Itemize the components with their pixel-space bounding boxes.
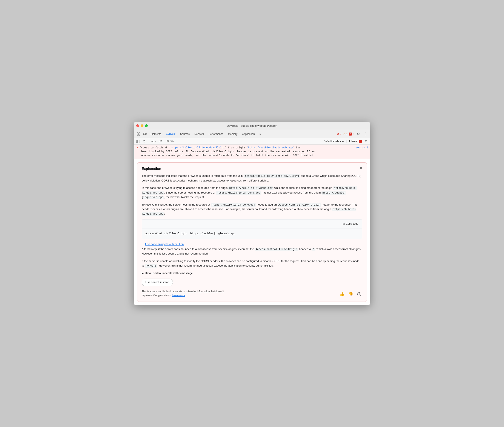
explanation-close-button[interactable]: × xyxy=(358,166,364,171)
traffic-lights xyxy=(136,124,148,127)
filter-area: ⊟ Filter xyxy=(166,140,175,143)
console-toolbar: ⊘ top ▾ 👁 ⊟ Filter Default levels ▾ | 1 … xyxy=(134,138,370,145)
issue-badge: 1 Issue: 1 xyxy=(349,140,362,143)
info-count: 1 xyxy=(352,132,354,136)
info-square-icon: ✕ xyxy=(349,132,352,136)
context-label: top xyxy=(151,140,154,143)
code-header2: Access-Control-Allow-Origin xyxy=(255,248,298,251)
console-content: ⊗ Access to fetch at 'https://hello-io-2… xyxy=(134,145,370,305)
copy-code-label: Copy code xyxy=(346,222,358,226)
warning-triangle-icon: ⚠ xyxy=(343,132,346,136)
context-selector[interactable]: top ▾ xyxy=(150,139,158,143)
data-section-arrow: ▶ xyxy=(142,271,144,275)
title-bar: DevTools - bubble-jingle.web.app/search xyxy=(134,122,370,130)
toolbar-divider-2 xyxy=(165,139,165,143)
code-header1: Access-Control-Allow-Origin xyxy=(278,203,321,207)
tab-performance[interactable]: Performance xyxy=(206,131,226,137)
default-levels-select[interactable]: Default levels ▾ xyxy=(323,140,345,143)
error-url1[interactable]: https://hello-io-24.deno.dev/?lvl=1 xyxy=(171,146,225,149)
explanation-paragraph-2: In this case, the browser is trying to a… xyxy=(142,186,362,199)
tab-sources[interactable]: Sources xyxy=(178,131,192,137)
caution-link[interactable]: Use code snippets with caution xyxy=(145,242,362,247)
device-toolbar-icon[interactable] xyxy=(142,131,148,137)
filter-icon: ⊟ xyxy=(166,140,169,143)
context-dropdown-icon: ▾ xyxy=(155,140,156,142)
svg-rect-2 xyxy=(139,132,140,134)
thumbs-down-button[interactable]: 👎 xyxy=(348,291,354,297)
error-text-before: Access to fetch at ' xyxy=(140,146,171,149)
thumbs-up-button[interactable]: 👍 xyxy=(339,291,345,297)
report-button[interactable] xyxy=(356,291,362,297)
error-source-link[interactable]: search:1 xyxy=(356,146,368,150)
code-no-cors: no-cors xyxy=(145,264,157,268)
maximize-button[interactable] xyxy=(145,124,148,127)
issue-count-icon: 1 xyxy=(359,140,362,143)
close-button[interactable] xyxy=(136,124,139,127)
explanation-paragraph-3: To resolve this issue, the server hostin… xyxy=(142,203,362,216)
explanation-paragraph-4: Alternatively, if the server does not ne… xyxy=(142,247,362,256)
svg-rect-4 xyxy=(143,133,146,135)
explanation-footer: This feature may display inaccurate or o… xyxy=(142,290,362,297)
code-content: Access-Control-Allow-Origin: https://bub… xyxy=(145,232,235,235)
data-section-label: Data used to understand this message xyxy=(145,271,193,275)
tab-elements[interactable]: Elements xyxy=(148,131,163,137)
code-block-body: Access-Control-Allow-Origin: https://bub… xyxy=(142,229,362,239)
clear-console-icon[interactable]: ⊘ xyxy=(142,139,147,144)
footer-disclaimer: This feature may display inaccurate or o… xyxy=(142,290,228,297)
error-circle-icon: ⊗ xyxy=(337,132,339,136)
use-search-button[interactable]: Use search instead xyxy=(142,279,173,286)
explanation-paragraph-1: The error message indicates that the bro… xyxy=(142,174,362,183)
eye-icon[interactable]: 👁 xyxy=(158,139,164,144)
code-server2: https://hello-io-24.deno.dev xyxy=(211,203,256,207)
svg-rect-0 xyxy=(137,132,138,134)
explanation-title: Explanation xyxy=(142,167,362,171)
explanation-panel: Explanation × The error message indicate… xyxy=(137,162,367,302)
warn-count: 1 xyxy=(346,132,348,136)
inspect-icon[interactable] xyxy=(135,131,142,137)
code-origin1: https://hello-io-24.deno.dev xyxy=(228,186,274,190)
footer-actions: 👍 👎 xyxy=(339,291,362,297)
copy-icon: ⧉ xyxy=(343,222,345,226)
tabs-right-section: ⊗ 2 ⚠ 1 ✕ 1 ⚙ ⋮ xyxy=(337,131,369,137)
error-badge: ⊗ 2 xyxy=(337,132,341,136)
info-badge: ✕ 1 xyxy=(349,132,354,136)
learn-more-link[interactable]: Learn more xyxy=(172,294,185,297)
code-wildcard: * xyxy=(312,248,315,251)
console-settings-icon[interactable]: ⚙ xyxy=(363,139,369,144)
error-row: ⊗ Access to fetch at 'https://hello-io-2… xyxy=(134,145,370,159)
window-title: DevTools - bubble-jingle.web.app/search xyxy=(227,124,277,127)
settings-icon[interactable]: ⚙ xyxy=(355,131,361,137)
copy-code-button[interactable]: ⧉ Copy code xyxy=(341,221,360,227)
warning-badge: ⚠ 1 xyxy=(343,132,348,136)
error-count: 2 xyxy=(340,132,341,136)
devtools-window: DevTools - bubble-jingle.web.app/search … xyxy=(134,122,370,305)
tab-network[interactable]: Network xyxy=(192,131,206,137)
sidebar-toggle-icon[interactable] xyxy=(135,139,141,144)
tab-application[interactable]: Application xyxy=(240,131,257,137)
explanation-body: The error message indicates that the bro… xyxy=(142,174,362,286)
code-origin4: https://bubble-jingle.web.app xyxy=(142,208,356,216)
error-text-middle: ' from origin ' xyxy=(225,146,248,149)
svg-rect-6 xyxy=(136,140,140,143)
devtools-tab-bar: Elements Console Sources Network Perform… xyxy=(134,130,370,138)
code-url1: https://hello-io-24.deno.dev/?lvl=1 xyxy=(244,175,300,178)
code-block-header: ⧉ Copy code xyxy=(142,220,362,229)
code-block: ⧉ Copy code Access-Control-Allow-Origin:… xyxy=(142,219,362,239)
level-selector: Default levels ▾ | 1 Issue: 1 ⚙ xyxy=(323,139,369,144)
svg-rect-1 xyxy=(137,134,138,136)
issue-label: 1 Issue: xyxy=(349,140,358,143)
tab-memory[interactable]: Memory xyxy=(226,131,240,137)
more-options-icon[interactable]: ⋮ xyxy=(362,131,369,137)
error-text: Access to fetch at 'https://hello-io-24.… xyxy=(140,146,354,157)
code-server: https://hello-io-24.deno.dev xyxy=(216,191,261,195)
tab-more[interactable]: » xyxy=(257,131,263,137)
explanation-paragraph-5: If the server is unable or unwilling to … xyxy=(142,259,362,268)
minimize-button[interactable] xyxy=(141,124,143,127)
data-section[interactable]: ▶ Data used to understand this message xyxy=(142,271,362,275)
error-url2[interactable]: https://bubble-jingle.web.app xyxy=(248,146,293,149)
tab-console[interactable]: Console xyxy=(164,131,178,137)
filter-label: Filter xyxy=(170,140,175,143)
svg-rect-3 xyxy=(139,134,140,136)
error-icon: ⊗ xyxy=(136,146,138,157)
svg-rect-5 xyxy=(146,133,146,134)
